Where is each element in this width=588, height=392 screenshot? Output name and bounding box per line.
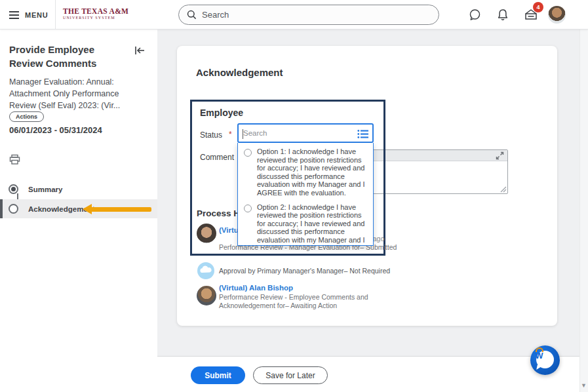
text-caret bbox=[243, 129, 243, 139]
review-subtitle: Manager Evaluation: Annual: Attachment O… bbox=[9, 76, 144, 111]
process-entry-description: Performance Review - Employee Comments a… bbox=[219, 293, 371, 310]
logo-line-1: THE TEXAS A&M bbox=[63, 7, 128, 15]
search-input[interactable] bbox=[202, 10, 431, 20]
comment-label: Comment bbox=[200, 153, 234, 162]
print-icon[interactable] bbox=[9, 154, 21, 166]
collapse-panel-icon[interactable] bbox=[134, 46, 146, 58]
expand-editor-icon[interactable] bbox=[496, 151, 504, 160]
pointer-arrow-icon bbox=[83, 204, 151, 214]
employee-box-border bbox=[383, 149, 385, 194]
review-period: 06/01/2023 - 05/31/2024 bbox=[9, 125, 102, 135]
sidebar: Provide Employee Review Comments Manager… bbox=[0, 29, 157, 392]
cloud-icon bbox=[197, 262, 215, 280]
step-radio-empty-icon bbox=[9, 204, 18, 214]
step-radio-filled-icon bbox=[9, 184, 18, 194]
status-search-input[interactable] bbox=[243, 129, 354, 137]
process-entry-name-link[interactable]: (Virtual) Alan Bishop bbox=[219, 284, 293, 292]
global-search[interactable] bbox=[178, 5, 439, 25]
chat-icon[interactable] bbox=[467, 7, 482, 22]
status-options-panel: Option 1: I acknowledge I have reviewed … bbox=[237, 143, 374, 246]
action-footer: Submit Save for Later bbox=[157, 356, 588, 392]
option-label: Option 1: I acknowledge I have reviewed … bbox=[257, 147, 368, 197]
page-title: Provide Employee Review Comments bbox=[9, 43, 128, 70]
status-dropdown: Option 1: I acknowledge I have reviewed … bbox=[237, 123, 374, 246]
topbar: MENU THE TEXAS A&M UNIVERSITY SYSTEM 4 bbox=[0, 0, 588, 29]
employee-section-title: Employee bbox=[200, 108, 243, 118]
status-option-1[interactable]: Option 1: I acknowledge I have reviewed … bbox=[244, 147, 368, 197]
menu-button[interactable]: MENU bbox=[9, 0, 49, 29]
inbox-badge: 4 bbox=[533, 2, 543, 12]
avatar[interactable] bbox=[197, 224, 216, 243]
submit-button[interactable]: Submit bbox=[191, 366, 245, 384]
step-label: Summary bbox=[28, 186, 62, 193]
process-entry-description: Approval by Primary Manager's Manager– N… bbox=[219, 267, 390, 275]
required-marker: * bbox=[229, 130, 232, 139]
avatar[interactable] bbox=[197, 286, 216, 305]
radio-icon bbox=[244, 149, 252, 157]
save-for-later-button[interactable]: Save for Later bbox=[253, 366, 328, 384]
status-search-field[interactable] bbox=[237, 123, 374, 143]
menu-label: MENU bbox=[25, 11, 49, 19]
workday-app: MENU THE TEXAS A&M UNIVERSITY SYSTEM 4 bbox=[0, 0, 588, 392]
list-menu-icon[interactable] bbox=[357, 129, 368, 139]
topbar-divider bbox=[55, 0, 56, 29]
search-icon bbox=[187, 10, 197, 20]
workday-w-logo: W bbox=[530, 351, 548, 361]
scroll-down-arrow[interactable]: ▼ bbox=[581, 382, 587, 389]
resize-handle[interactable] bbox=[500, 186, 507, 193]
profile-avatar[interactable] bbox=[548, 6, 566, 24]
status-option-2[interactable]: Option 2: I acknowledge I have reviewed … bbox=[244, 203, 368, 246]
radio-icon bbox=[244, 205, 252, 212]
status-label: Status bbox=[200, 130, 222, 140]
hamburger-icon bbox=[9, 11, 19, 19]
texas-am-logo[interactable]: THE TEXAS A&M UNIVERSITY SYSTEM bbox=[63, 7, 128, 20]
option-label: Option 2: I acknowledge I have reviewed … bbox=[257, 203, 368, 246]
notifications-bell-icon[interactable] bbox=[495, 7, 511, 22]
sidebar-step-summary[interactable]: Summary bbox=[0, 180, 157, 199]
workday-assistant-button[interactable]: W bbox=[530, 345, 560, 375]
section-heading: Acknowledgement bbox=[196, 67, 283, 78]
actions-button[interactable]: Actions bbox=[9, 111, 44, 122]
scrollbar-track[interactable]: ▼ bbox=[579, 29, 588, 392]
logo-line-2: UNIVERSITY SYSTEM bbox=[63, 16, 128, 20]
